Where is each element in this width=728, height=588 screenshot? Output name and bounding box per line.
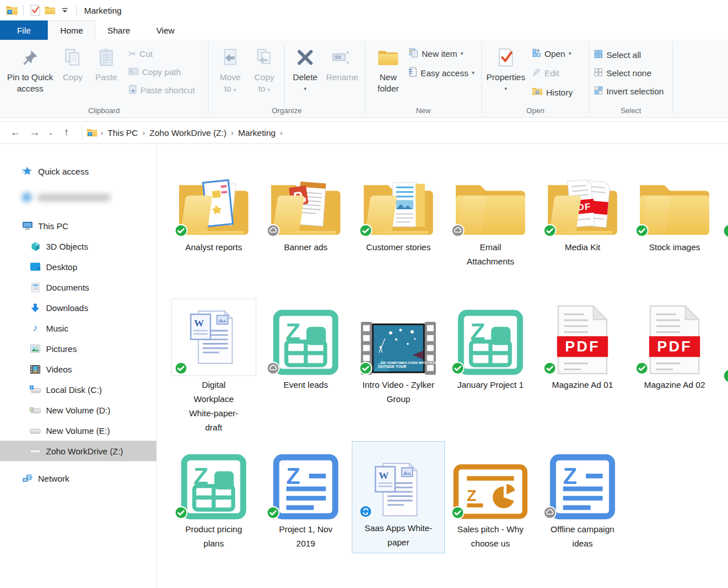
copy-to-button: Copy to ▾ [248, 43, 280, 96]
sidebar-item-network[interactable]: Network [0, 468, 156, 488]
file-item-stock-images[interactable]: Stock images [629, 161, 721, 254]
open-button[interactable]: Open ▾ [532, 45, 571, 61]
sync-status-synced-badge [174, 224, 188, 237]
open-icon [532, 48, 541, 59]
quick-access-star-icon [22, 165, 33, 177]
sync-status-online-only-badge [543, 506, 556, 519]
breadcrumb-chevron: › [99, 129, 104, 137]
sidebar-item-3d-objects[interactable]: 3D Objects [0, 236, 156, 256]
sidebar-item-music[interactable]: ♪ Music [0, 318, 156, 338]
zoho-writer-icon [272, 453, 339, 520]
quick-access-newfolder-button[interactable] [43, 3, 57, 18]
copy-icon [64, 43, 81, 72]
sync-status-synced-badge [174, 362, 188, 375]
sidebar-label: Zoho WorkDrive (Z:) [46, 446, 123, 456]
file-name: Stock images [638, 240, 711, 254]
sync-status-synced-badge [543, 362, 556, 375]
file-item-event-leads[interactable]: Event leads [260, 299, 352, 392]
documents-icon [30, 281, 41, 293]
sidebar-item-quick-access[interactable]: Quick access [0, 161, 156, 181]
recent-locations-caret[interactable]: ⌄ [44, 124, 57, 141]
properties-button[interactable]: Properties ▾ [484, 43, 527, 94]
cut-button: ✂ Cut [128, 45, 153, 61]
file-item-customer-stories[interactable]: Customer stories [352, 161, 444, 254]
copy-path-label: Copy path [142, 67, 181, 77]
copy-to-label2: to ▾ [258, 83, 270, 96]
file-item-magazine-ad-02[interactable]: Magazine Ad 02 [629, 299, 721, 392]
sidebar-label: Documents [46, 283, 89, 292]
new-item-button[interactable]: New item ▾ [409, 45, 463, 61]
sidebar-item-local-disk-c[interactable]: Local Disk (C:) [0, 379, 156, 400]
file-item-digital-workplace-white-paper-draft[interactable]: Digital Workplace White-paper-draft [168, 299, 260, 434]
sidebar-item-redacted[interactable] [0, 187, 156, 208]
easy-access-button[interactable]: Easy access ▾ [409, 65, 475, 81]
pin-to-quick-access-button[interactable]: Pin to Quick access [3, 43, 57, 94]
sidebar-item-new-volume-e[interactable]: New Volume (E:) [0, 420, 156, 441]
location-folder-icon [85, 124, 99, 141]
partially-visible-item-badge [723, 223, 728, 238]
file-item-intro-video-zylker-group[interactable]: ...OR SOMETIMES EVEN WITH PEOPLE OUTSIDE… [352, 299, 444, 406]
file-item-saas-apps-white-paper[interactable]: Saas Apps White-paper [352, 442, 444, 553]
delete-button[interactable]: Delete ▾ [288, 43, 322, 94]
breadcrumb-current-folder[interactable]: Marketing [235, 128, 279, 138]
pin-icon [22, 43, 39, 72]
sidebar-item-zoho-workdrive[interactable]: Zoho WorkDrive (Z:) [0, 441, 156, 461]
new-folder-button[interactable]: New folder [371, 43, 405, 94]
file-name: Media Kit [546, 240, 619, 254]
ribbon-group-open: Properties ▾ Open ▾ Edit [482, 40, 589, 117]
address-bar: ← → ⌄ ↑ › This PC › Zoho WorkDrive (Z:) … [0, 121, 728, 144]
3d-objects-icon [30, 241, 41, 252]
file-item-sales-pitch-why-choose-us[interactable]: Sales pitch - Why choose us [444, 443, 536, 550]
drive-icon [30, 445, 41, 457]
file-item-project-1-nov-2019[interactable]: Project 1, Nov 2019 [260, 443, 352, 550]
file-item-media-kit[interactable]: PDF Media Kit [536, 161, 629, 254]
sync-status-online-only-badge [451, 224, 464, 237]
sidebar-item-new-volume-d[interactable]: New Volume (D:) [0, 400, 156, 420]
file-item-offline-campaign-ideas[interactable]: Offline campaign ideas [536, 443, 629, 550]
file-item-analyst-reports[interactable]: Analyst reports [168, 161, 260, 254]
history-button[interactable]: History [532, 84, 573, 100]
paste-shortcut-icon [128, 84, 137, 96]
tab-file[interactable]: File [0, 20, 48, 40]
paste-shortcut-label: Paste shortcut [140, 85, 195, 95]
sidebar-item-videos[interactable]: Videos [0, 359, 156, 379]
quick-access-properties-button[interactable] [28, 3, 43, 18]
tab-home[interactable]: Home [48, 20, 95, 40]
downloads-icon [30, 302, 41, 313]
tab-view[interactable]: View [142, 20, 189, 40]
select-all-button[interactable]: Select all [594, 47, 641, 63]
breadcrumb-drive[interactable]: Zoho WorkDrive (Z:) [146, 128, 230, 138]
file-item-january-project-1[interactable]: January Project 1 [444, 299, 536, 392]
breadcrumb-this-pc[interactable]: This PC [104, 128, 141, 138]
invert-selection-button[interactable]: Invert selection [594, 83, 664, 99]
open-caret: ▾ [569, 51, 572, 56]
open-group-title: Open [482, 106, 589, 115]
tab-share[interactable]: Share [95, 20, 142, 40]
delete-dropdown-caret: ▾ [304, 83, 307, 94]
sidebar-label: Network [38, 474, 69, 483]
sidebar-item-documents[interactable]: Documents [0, 277, 156, 297]
customize-quick-access-toolbar-button[interactable] [57, 3, 72, 18]
select-none-button[interactable]: Select none [594, 65, 651, 81]
zoho-sheet-icon [272, 309, 339, 376]
file-item-email-attachments[interactable]: Email Attachments [444, 161, 536, 268]
up-button[interactable]: ↑ [57, 124, 76, 141]
zoho-sheet-icon [180, 453, 247, 520]
word-document-icon [371, 460, 426, 519]
file-name: Email Attachments [459, 240, 522, 268]
sidebar-item-pictures[interactable]: Pictures [0, 338, 156, 359]
sync-status-synced-badge [635, 362, 648, 375]
title-bar: Marketing [0, 0, 728, 20]
forward-button[interactable]: → [25, 124, 44, 141]
file-item-banner-ads[interactable]: P Banner ads [260, 161, 352, 254]
copy-label: Copy [63, 72, 82, 83]
file-item-magazine-ad-01[interactable]: Magazine Ad 01 [536, 299, 629, 392]
back-button[interactable]: ← [6, 124, 25, 141]
sidebar-item-downloads[interactable]: Downloads [0, 297, 156, 318]
sync-status-online-only-badge [267, 224, 280, 237]
sidebar-item-this-pc[interactable]: This PC [0, 216, 156, 236]
svg-text:\\..: \\.. [130, 69, 135, 73]
separator [82, 125, 82, 140]
file-item-product-pricing-plans[interactable]: Product pricing plans [168, 443, 260, 550]
sidebar-item-desktop[interactable]: Desktop [0, 256, 156, 277]
